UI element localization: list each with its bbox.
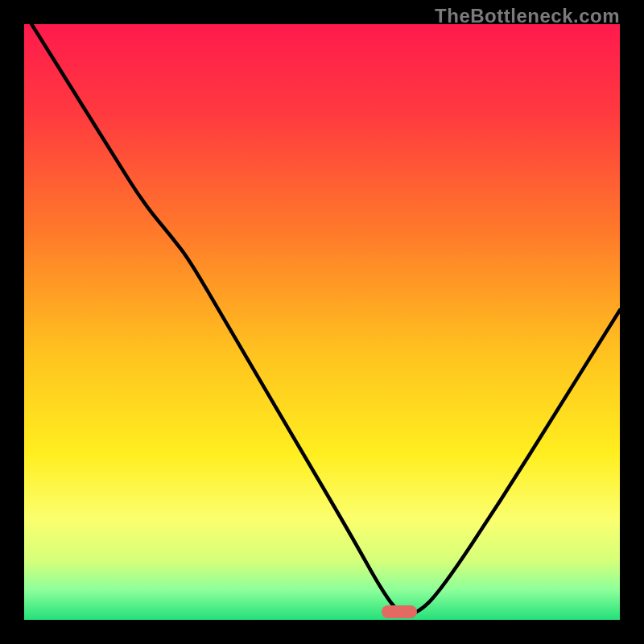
chart-stage: TheBottleneck.com — [0, 0, 644, 644]
bottleneck-chart — [24, 24, 620, 620]
chart-background — [24, 24, 620, 620]
